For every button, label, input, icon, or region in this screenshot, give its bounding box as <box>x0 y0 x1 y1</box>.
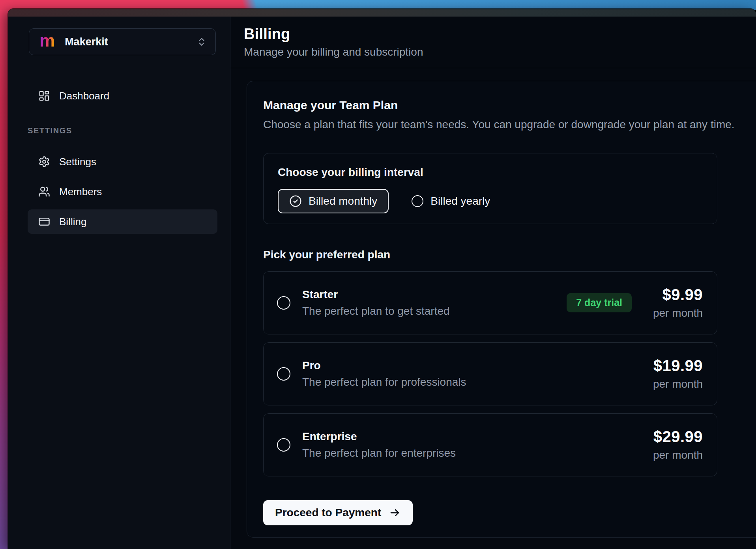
layout-dashboard-icon <box>38 90 50 102</box>
sidebar-item-members[interactable]: Members <box>28 179 217 204</box>
sidebar-section-settings-label: SETTINGS <box>28 126 230 135</box>
sidebar-item-settings[interactable]: Settings <box>28 149 217 174</box>
trial-badge: 7 day trial <box>567 293 632 312</box>
billed-monthly-label: Billed monthly <box>309 195 377 207</box>
billing-interval-label: Choose your billing interval <box>278 166 703 179</box>
card-title: Manage your Team Plan <box>263 99 756 112</box>
plan-period: per month <box>647 449 703 461</box>
plan-price: $29.99 <box>647 428 703 446</box>
window-body: m Makerkit Dashboard SETTINGS <box>8 17 756 549</box>
users-icon <box>38 186 50 198</box>
page-content: Manage your Team Plan Choose a plan that… <box>230 68 756 549</box>
sidebar-item-label: Dashboard <box>59 90 109 102</box>
billing-interval-group: Choose your billing interval Billed mont… <box>263 153 717 224</box>
sidebar-item-billing[interactable]: Billing <box>28 209 217 234</box>
plan-period: per month <box>647 307 703 319</box>
sidebar-nav: Dashboard SETTINGS Settings Members <box>8 84 230 234</box>
plan-option-pro[interactable]: Pro The perfect plan for professionals $… <box>263 342 717 405</box>
sidebar-item-label: Billing <box>59 216 86 228</box>
plan-option-enterprise[interactable]: Enterprise The perfect plan for enterpri… <box>263 413 717 476</box>
plan-option-starter[interactable]: Starter The perfect plan to get started … <box>263 271 717 334</box>
plan-name: Starter <box>302 288 567 301</box>
makerkit-logo: m <box>39 32 54 49</box>
main-content: Billing Manage your billing and subscrip… <box>230 17 756 549</box>
sidebar-item-label: Members <box>59 186 102 198</box>
plan-price: $9.99 <box>647 286 703 304</box>
billed-yearly-option[interactable]: Billed yearly <box>412 195 490 207</box>
plan-description: The perfect plan to get started <box>302 305 567 317</box>
workspace-name: Makerkit <box>65 36 108 48</box>
chevrons-up-down-icon <box>196 37 207 47</box>
credit-card-icon <box>38 216 50 228</box>
plan-price-block: $19.99 per month <box>647 357 703 390</box>
billing-interval-options: Billed monthly Billed yearly <box>278 189 703 213</box>
plan-description: The perfect plan for professionals <box>302 376 647 388</box>
arrow-right-icon <box>389 507 401 519</box>
gear-icon <box>38 156 50 168</box>
page-header: Billing Manage your billing and subscrip… <box>230 17 756 68</box>
window-titlebar[interactable] <box>8 9 756 17</box>
plan-period: per month <box>647 378 703 390</box>
app-window: m Makerkit Dashboard SETTINGS <box>8 9 756 549</box>
billed-yearly-label: Billed yearly <box>430 195 490 207</box>
radio-circle-icon <box>277 296 290 310</box>
radio-circle-icon <box>277 438 290 452</box>
page-subtitle: Manage your billing and subscription <box>244 46 756 58</box>
plan-info: Pro The perfect plan for professionals <box>302 359 647 388</box>
plan-name: Pro <box>302 359 647 372</box>
radio-circle-icon <box>412 195 423 207</box>
desktop: m Makerkit Dashboard SETTINGS <box>0 0 756 549</box>
proceed-to-payment-button[interactable]: Proceed to Payment <box>263 500 413 525</box>
card-subtitle: Choose a plan that fits your team's need… <box>263 118 756 131</box>
plan-info: Enterprise The perfect plan for enterpri… <box>302 430 647 459</box>
plan-name: Enterprise <box>302 430 647 443</box>
plan-description: The perfect plan for enterprises <box>302 447 647 459</box>
plan-info: Starter The perfect plan to get started <box>302 288 567 317</box>
radio-circle-icon <box>277 367 290 381</box>
proceed-to-payment-label: Proceed to Payment <box>275 506 381 519</box>
sidebar-item-dashboard[interactable]: Dashboard <box>28 84 217 108</box>
team-plan-card: Manage your Team Plan Choose a plan that… <box>247 81 756 538</box>
sidebar-item-label: Settings <box>59 156 96 168</box>
workspace-selector[interactable]: m Makerkit <box>29 28 216 55</box>
billed-monthly-option[interactable]: Billed monthly <box>278 189 389 213</box>
plan-price-block: $29.99 per month <box>647 428 703 461</box>
plan-price: $19.99 <box>647 357 703 375</box>
plan-price-block: $9.99 per month <box>647 286 703 319</box>
circle-check-icon <box>289 195 302 207</box>
sidebar: m Makerkit Dashboard SETTINGS <box>8 17 230 549</box>
page-title: Billing <box>244 25 756 43</box>
plan-picker-label: Pick your preferred plan <box>263 248 756 261</box>
